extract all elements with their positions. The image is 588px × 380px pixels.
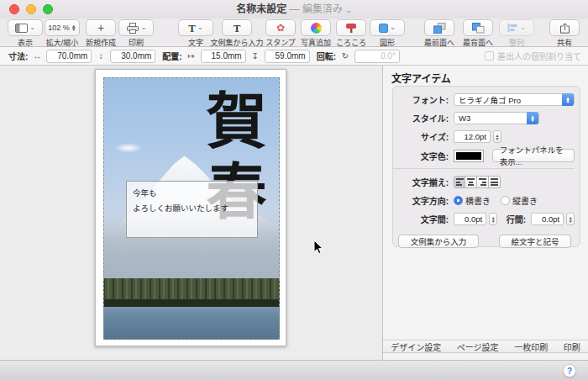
- bring-to-front-icon: [433, 23, 446, 34]
- vertical-radio-label[interactable]: 縦書き: [512, 194, 538, 207]
- vertical-radio[interactable]: [501, 196, 510, 205]
- phrases-button[interactable]: T: [222, 19, 252, 36]
- minimize-window-button[interactable]: [26, 4, 36, 14]
- height-field[interactable]: 30.0mm: [110, 50, 155, 63]
- view-button[interactable]: ⌄: [8, 19, 43, 36]
- tab-single-print[interactable]: 一枚印刷: [514, 340, 548, 353]
- toolbar-item-new[interactable]: + 新規作成: [82, 19, 119, 48]
- toolbar-item-stamp[interactable]: ✿ スタンプ: [262, 19, 299, 48]
- zoom-stepper[interactable]: 102 % ▲▼: [45, 19, 80, 36]
- y-position-field[interactable]: 59.0mm: [265, 50, 310, 63]
- roller-button[interactable]: [336, 19, 366, 36]
- print-button[interactable]: ⌄: [118, 19, 154, 36]
- font-panel-button[interactable]: フォントパネルを表示...: [492, 149, 575, 162]
- new-button[interactable]: +: [86, 19, 116, 36]
- add-photo-button[interactable]: [301, 19, 331, 36]
- divider: [393, 168, 575, 169]
- postcard[interactable]: 賀春 今年も よろしくお願いいたします: [95, 69, 286, 346]
- fuji-photo[interactable]: 賀春 今年も よろしくお願いいたします: [103, 77, 280, 340]
- printer-icon: [126, 23, 139, 34]
- tab-page-settings[interactable]: ページ設定: [457, 340, 499, 353]
- char-spacing-stepper[interactable]: ▲▼: [489, 213, 497, 225]
- photo-forest: [103, 278, 280, 302]
- title-chevron-icon[interactable]: ⌄: [345, 6, 352, 14]
- design-canvas[interactable]: 賀春 今年も よろしくお願いいたします: [0, 66, 382, 360]
- size-stepper[interactable]: ▲▼: [493, 130, 501, 143]
- help-button[interactable]: ?: [563, 364, 576, 377]
- width-field[interactable]: 70.0mm: [46, 50, 92, 63]
- toolbar-item-add-photo[interactable]: 写真追加: [297, 19, 334, 48]
- horizontal-radio[interactable]: [454, 196, 463, 205]
- font-label: フォント:: [393, 93, 449, 106]
- spacing-row: 文字間: 0.0pt ▲▼ 行間: 0.0pt ▲▼: [393, 213, 575, 225]
- char-spacing-field[interactable]: 0.0pt: [454, 213, 486, 225]
- checkbox-label: 差出人の個別割り当て: [497, 50, 581, 62]
- stamp-button[interactable]: ✿: [265, 19, 296, 36]
- align-justify-button[interactable]: [489, 176, 501, 188]
- phrase-collection-button[interactable]: 文例集から入力: [398, 235, 479, 248]
- text-item-settings: フォント: ヒラギノ角ゴ Pro ▲▼ スタイル: W3 ▲▼ サイズ: 12.: [392, 86, 580, 247]
- align-top-button[interactable]: [454, 176, 465, 188]
- toolbar-item-view[interactable]: ⌄ 表示: [7, 19, 44, 48]
- rotate-icon: ↻: [339, 51, 351, 61]
- send-to-back-icon: [472, 23, 485, 34]
- font-popup[interactable]: ヒラギノ角ゴ Pro ▲▼: [454, 93, 575, 106]
- flower-stamp-icon: ✿: [276, 23, 285, 33]
- align-bottom-button[interactable]: [477, 176, 489, 188]
- share-icon: [559, 23, 570, 34]
- shapes-button[interactable]: ⌄: [370, 19, 405, 36]
- toolbar-item-align: ⌄ 整列: [497, 19, 536, 48]
- paint-roller-icon: [345, 23, 357, 34]
- chevron-down-icon: ⌄: [29, 24, 35, 31]
- height-arrow-icon: ↕: [95, 51, 107, 61]
- tab-print[interactable]: 印刷: [564, 340, 580, 353]
- y-position-arrow-icon: ↧: [249, 51, 261, 61]
- inspector-tabbar: デザイン設定 ページ設定 一枚印刷 印刷: [383, 340, 588, 353]
- toolbar-item-shapes[interactable]: ⌄ 図形: [368, 19, 407, 48]
- message-text-item[interactable]: 今年も よろしくお願いいたします: [126, 181, 258, 238]
- text-color-well[interactable]: [454, 150, 484, 162]
- chevron-down-icon: ⌄: [141, 24, 147, 31]
- chevron-down-icon: ⌄: [197, 24, 203, 31]
- toolbar-item-zoom[interactable]: 102 % ▲▼ 拡大/縮小: [44, 19, 81, 48]
- line-spacing-stepper[interactable]: ▲▼: [566, 213, 575, 225]
- size-field[interactable]: 12.0pt: [454, 130, 491, 143]
- toolbar-item-bring-front[interactable]: 最前面へ: [421, 19, 458, 48]
- font-value: ヒラギノ角ゴ Pro: [459, 94, 521, 106]
- size-label: サイズ:: [393, 130, 449, 143]
- photo-shore: [103, 299, 280, 307]
- style-popup[interactable]: W3 ▲▼: [454, 112, 539, 124]
- char-spacing-label: 文字間:: [393, 213, 449, 225]
- align-top-icon: [456, 178, 464, 186]
- bottom-bar: ?: [0, 360, 588, 380]
- x-position-arrow-icon: ↦: [186, 51, 197, 61]
- font-row: フォント: ヒラギノ角ゴ Pro ▲▼: [393, 93, 575, 106]
- bring-to-front-button[interactable]: [424, 19, 454, 36]
- line-spacing-label: 行間:: [497, 213, 526, 225]
- chevron-down-icon: ⌄: [520, 24, 526, 31]
- direction-row: 文字方向: 横書き 縦書き: [393, 194, 575, 207]
- toolbar-item-print[interactable]: ⌄ 印刷: [118, 19, 155, 48]
- tab-design-settings[interactable]: デザイン設定: [391, 340, 441, 353]
- toolbar-item-phrases[interactable]: T 文例集から入力: [208, 19, 265, 48]
- send-to-back-button[interactable]: [463, 19, 493, 36]
- text-T-icon: T: [234, 23, 241, 34]
- direction-label: 文字方向:: [393, 194, 449, 207]
- toolbar-item-send-back[interactable]: 最背面へ: [459, 19, 496, 48]
- toolbar-item-share[interactable]: 共有: [546, 19, 583, 48]
- line-spacing-field[interactable]: 0.0pt: [531, 213, 564, 225]
- toolbar-item-roller[interactable]: ころころ: [333, 19, 370, 48]
- x-position-field[interactable]: 15.0mm: [201, 50, 246, 63]
- align-justify-icon: [491, 178, 498, 186]
- square-shape-icon: [379, 24, 388, 33]
- inspector-panel: 文字アイテム フォント: ヒラギノ角ゴ Pro ▲▼ スタイル: W3 ▲▼: [382, 66, 588, 360]
- share-button[interactable]: [549, 19, 580, 36]
- align-label: 文字揃え:: [393, 176, 449, 188]
- close-window-button[interactable]: [9, 4, 19, 14]
- horizontal-radio-label[interactable]: 横書き: [465, 194, 491, 207]
- calligraphy-char: 賀: [196, 89, 267, 160]
- emoji-symbols-button[interactable]: 絵文字と記号: [499, 235, 571, 248]
- zoom-window-button[interactable]: [43, 4, 53, 14]
- align-center-button[interactable]: [465, 176, 477, 188]
- stepper-arrows-icon: ▲▼: [71, 24, 76, 31]
